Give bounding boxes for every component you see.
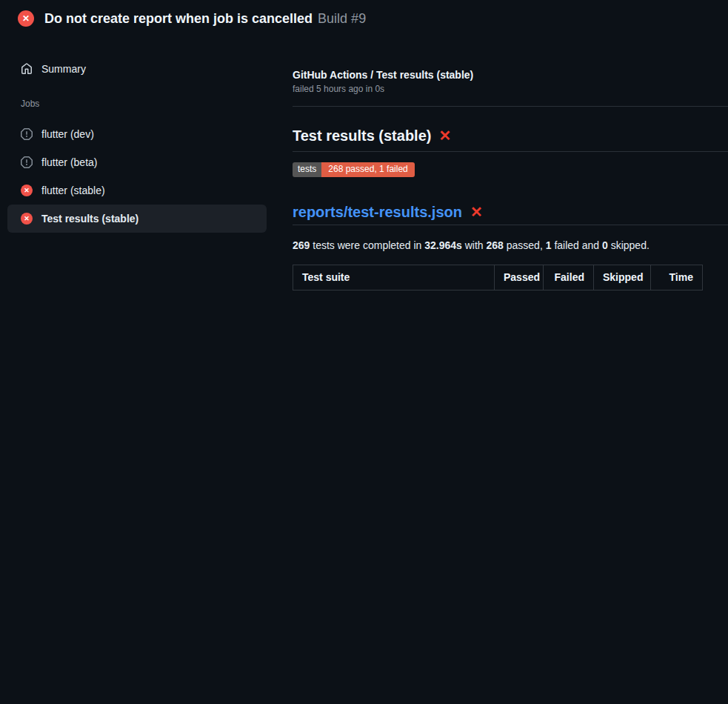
run-status-line: failed 5 hours ago in 0s bbox=[293, 83, 728, 95]
check-run-title-text: Test results (stable) bbox=[293, 126, 431, 145]
report-file-link[interactable]: reports/test-results.json bbox=[293, 202, 462, 222]
report-file-heading: reports/test-results.json ✕ bbox=[293, 202, 728, 222]
job-label: Test results (stable) bbox=[41, 213, 138, 225]
jobs-list: flutter (dev) flutter (beta) ✕ flutter (… bbox=[0, 120, 274, 233]
sidebar-summary-label: Summary bbox=[41, 63, 86, 75]
report-summary-sentence: 269 tests were completed in 32.964s with… bbox=[293, 239, 728, 252]
check-run-title: Test results (stable) ✕ bbox=[293, 126, 728, 145]
column-header-failed: Failed bbox=[544, 265, 594, 290]
main-content: GitHub Actions / Test results (stable) f… bbox=[274, 34, 728, 290]
job-label: flutter (beta) bbox=[41, 156, 97, 168]
column-header-skipped: Skipped bbox=[594, 265, 651, 290]
passed-count: 268 bbox=[487, 239, 504, 251]
job-label: flutter (stable) bbox=[41, 185, 105, 196]
badge-label: tests bbox=[293, 162, 321, 177]
x-circle-fill-icon: ✕ bbox=[21, 213, 33, 225]
x-glyph: ✕ bbox=[24, 187, 30, 194]
x-icon: ✕ bbox=[438, 126, 451, 145]
sidebar-item-flutter-beta[interactable]: flutter (beta) bbox=[7, 148, 267, 176]
column-header-passed: Passed bbox=[495, 265, 544, 290]
column-header-test-suite: Test suite bbox=[293, 265, 495, 290]
total-duration: 32.964s bbox=[424, 239, 462, 251]
x-glyph: ✕ bbox=[24, 215, 30, 222]
build-number: Build #9 bbox=[318, 11, 366, 27]
divider bbox=[293, 225, 728, 225]
column-header-time: Time bbox=[651, 265, 703, 290]
tests-status-badge: tests 268 passed, 1 failed bbox=[293, 162, 415, 177]
run-header: ✕ Do not create report when job is cance… bbox=[0, 0, 728, 34]
test-results-table: Test suite Passed Failed Skipped Time bbox=[293, 265, 703, 290]
skipped-count: 0 bbox=[602, 239, 608, 251]
stop-cancelled-icon bbox=[21, 156, 33, 168]
stop-cancelled-icon bbox=[21, 128, 33, 140]
sidebar-item-flutter-stable[interactable]: ✕ flutter (stable) bbox=[7, 176, 267, 205]
failed-count: 1 bbox=[546, 239, 552, 251]
sidebar: Summary Jobs flutter (dev) flutter (beta… bbox=[0, 34, 274, 233]
total-tests: 269 bbox=[293, 239, 310, 251]
divider bbox=[293, 151, 728, 152]
badge-value: 268 passed, 1 failed bbox=[321, 162, 414, 177]
home-icon bbox=[21, 63, 33, 75]
divider bbox=[293, 106, 728, 107]
x-circle-fill-icon: ✕ bbox=[18, 10, 34, 27]
jobs-section-heading: Jobs bbox=[0, 99, 274, 109]
sidebar-item-flutter-dev[interactable]: flutter (dev) bbox=[7, 120, 267, 148]
breadcrumb: GitHub Actions / Test results (stable) bbox=[293, 68, 728, 82]
job-label: flutter (dev) bbox=[41, 128, 94, 140]
x-glyph: ✕ bbox=[22, 13, 30, 24]
table-header: Test suite Passed Failed Skipped Time bbox=[293, 265, 703, 290]
sidebar-item-test-results-stable[interactable]: ✕ Test results (stable) bbox=[7, 205, 267, 233]
x-circle-fill-icon: ✕ bbox=[21, 185, 33, 196]
x-icon: ✕ bbox=[470, 202, 483, 222]
sidebar-item-summary[interactable]: Summary bbox=[0, 56, 274, 82]
workflow-run-title: Do not create report when job is cancell… bbox=[44, 11, 313, 27]
